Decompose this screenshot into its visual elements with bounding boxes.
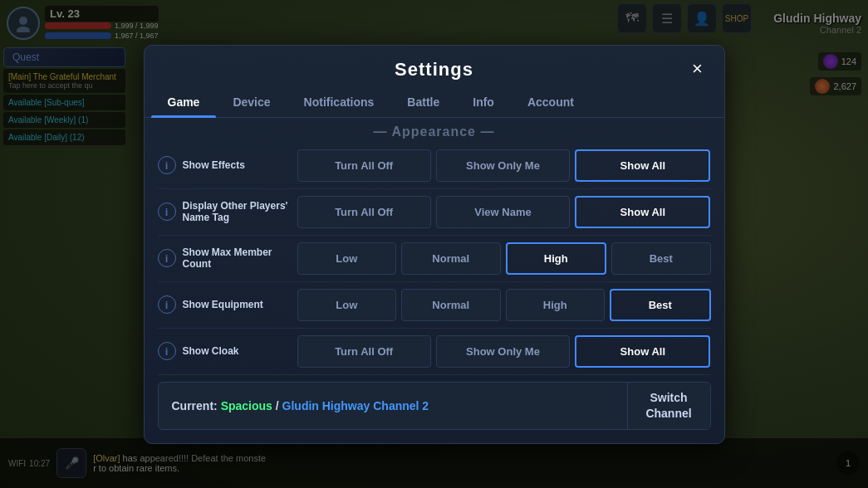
info-icon-4[interactable]: i bbox=[158, 295, 176, 314]
setting-label-area-3: i Show Max Member Count bbox=[158, 246, 291, 270]
setting-row-member-count: i Show Max Member Count Low Normal High … bbox=[158, 236, 711, 282]
modal-header: Settings × bbox=[145, 46, 724, 81]
btn-group-5: Turn All Off Show Only Me Show All bbox=[297, 335, 711, 368]
section-title: — Appearance — bbox=[145, 118, 724, 143]
tab-info[interactable]: Info bbox=[456, 87, 511, 117]
info-icon-1[interactable]: i bbox=[158, 156, 176, 174]
setting-row-cloak: i Show Cloak Turn All Off Show Only Me S… bbox=[158, 329, 711, 375]
btn-show-all-2[interactable]: Show All bbox=[575, 196, 710, 228]
setting-label-3: Show Max Member Count bbox=[183, 246, 291, 270]
tab-game[interactable]: Game bbox=[151, 87, 217, 117]
btn-low-3[interactable]: Low bbox=[297, 242, 397, 275]
setting-label-5: Show Cloak bbox=[183, 345, 239, 357]
setting-label-1: Show Effects bbox=[183, 159, 245, 171]
setting-label-area-5: i Show Cloak bbox=[158, 342, 291, 360]
info-icon-2[interactable]: i bbox=[158, 203, 176, 221]
btn-high-4[interactable]: High bbox=[506, 289, 606, 321]
modal-overlay: Settings × Game Device Notifications Bat… bbox=[0, 0, 868, 488]
btn-turn-all-off-1[interactable]: Turn All Off bbox=[297, 149, 431, 182]
setting-label-2: Display Other Players' Name Tag bbox=[183, 200, 291, 223]
setting-label-4: Show Equipment bbox=[183, 299, 263, 310]
btn-best-3[interactable]: Best bbox=[611, 242, 711, 275]
setting-row-name-tag: i Display Other Players' Name Tag Turn A… bbox=[158, 189, 711, 236]
tab-device[interactable]: Device bbox=[216, 87, 287, 117]
current-label: Current: bbox=[172, 399, 221, 412]
btn-show-only-me-1[interactable]: Show Only Me bbox=[436, 149, 570, 182]
server-name: Spacious bbox=[221, 399, 272, 412]
btn-show-only-me-5[interactable]: Show Only Me bbox=[436, 335, 570, 368]
tab-account[interactable]: Account bbox=[511, 87, 591, 117]
settings-body: i Show Effects Turn All Off Show Only Me… bbox=[145, 143, 724, 375]
close-button[interactable]: × bbox=[684, 56, 711, 82]
info-icon-5[interactable]: i bbox=[158, 342, 176, 360]
setting-row-equipment: i Show Equipment Low Normal High Best bbox=[158, 282, 711, 329]
channel-text: Current: Spacious / Gludin Highway Chann… bbox=[159, 388, 627, 424]
btn-high-3[interactable]: High bbox=[506, 242, 607, 275]
btn-group-4: Low Normal High Best bbox=[297, 289, 711, 321]
btn-turn-all-off-2[interactable]: Turn All Off bbox=[297, 196, 431, 228]
setting-label-area-4: i Show Equipment bbox=[158, 295, 291, 314]
setting-row-show-effects: i Show Effects Turn All Off Show Only Me… bbox=[158, 143, 711, 189]
btn-show-all-1[interactable]: Show All bbox=[575, 149, 710, 182]
tab-notifications[interactable]: Notifications bbox=[287, 87, 391, 117]
btn-group-3: Low Normal High Best bbox=[297, 242, 711, 275]
btn-view-name-2[interactable]: View Name bbox=[436, 196, 570, 228]
btn-group-1: Turn All Off Show Only Me Show All bbox=[297, 149, 711, 182]
btn-show-all-5[interactable]: Show All bbox=[575, 335, 710, 368]
btn-normal-4[interactable]: Normal bbox=[401, 289, 501, 321]
btn-normal-3[interactable]: Normal bbox=[401, 242, 501, 275]
tabs-row: Game Device Notifications Battle Info Ac… bbox=[145, 87, 724, 118]
channel-row: Current: Spacious / Gludin Highway Chann… bbox=[158, 382, 711, 430]
setting-label-area-1: i Show Effects bbox=[158, 156, 291, 174]
btn-low-4[interactable]: Low bbox=[297, 289, 397, 321]
channel-name: Gludin Highway Channel 2 bbox=[282, 399, 429, 412]
switch-channel-button[interactable]: Switch Channel bbox=[627, 383, 710, 429]
setting-label-area-2: i Display Other Players' Name Tag bbox=[158, 200, 291, 223]
tab-battle[interactable]: Battle bbox=[390, 87, 456, 117]
btn-turn-all-off-5[interactable]: Turn All Off bbox=[297, 335, 431, 368]
info-icon-3[interactable]: i bbox=[158, 249, 176, 267]
modal-title: Settings bbox=[395, 59, 473, 80]
btn-group-2: Turn All Off View Name Show All bbox=[297, 196, 711, 228]
settings-modal: Settings × Game Device Notifications Bat… bbox=[144, 45, 725, 444]
btn-best-4[interactable]: Best bbox=[610, 289, 711, 321]
